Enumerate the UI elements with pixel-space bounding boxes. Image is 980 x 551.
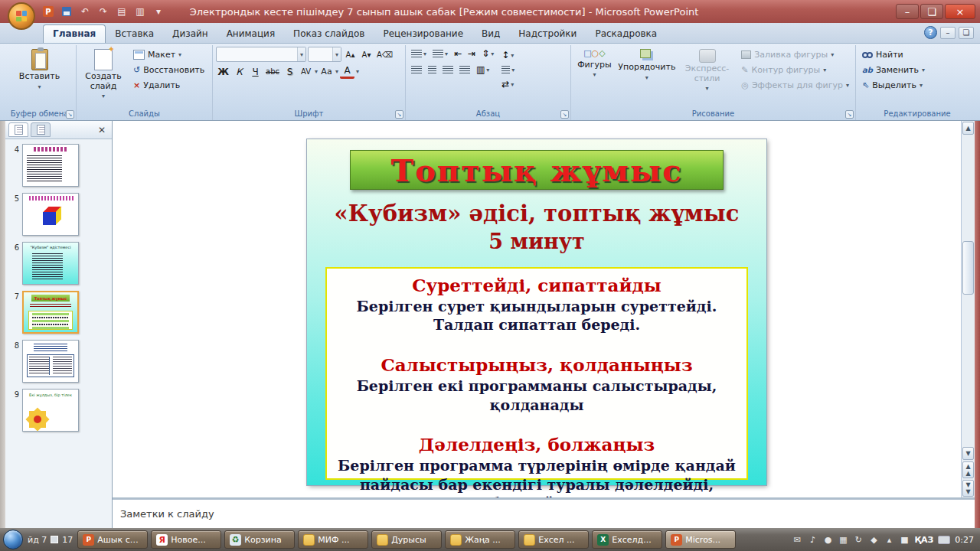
language-indicator[interactable]: ҚАЗ xyxy=(914,535,933,545)
drawing-dialog-launcher[interactable]: ↘ xyxy=(845,110,854,119)
shape-fill-button[interactable]: Заливка фигуры ▾ xyxy=(738,48,852,61)
notes-pane[interactable]: Заметки к слайду xyxy=(113,497,975,528)
shrink-font-button[interactable]: А▾ xyxy=(359,47,374,62)
taskbar-button-browser[interactable]: Я Новое... xyxy=(151,530,221,549)
slide-title-banner[interactable]: Топтық жұмыс xyxy=(350,150,724,190)
maximize-button[interactable]: ❏ xyxy=(920,4,943,19)
arrange-button[interactable]: Упорядочить ▾ xyxy=(618,47,676,83)
bold-button[interactable]: Ж xyxy=(216,64,230,79)
previous-slide-button[interactable]: ▲▲ xyxy=(962,461,974,478)
grow-font-button[interactable]: А▴ xyxy=(343,47,358,62)
text-direction-button[interactable]: ↕▾ xyxy=(499,48,517,62)
doc-minimize-button[interactable]: – xyxy=(940,27,956,39)
line-spacing-button[interactable]: ⇕▾ xyxy=(479,47,496,60)
slide-thumbnail-5[interactable] xyxy=(22,193,79,236)
align-left-button[interactable] xyxy=(409,64,424,75)
tray-icon-5[interactable]: ↻ xyxy=(853,535,864,545)
increase-indent-button[interactable]: ⇥ xyxy=(466,47,478,60)
scrollbar-thumb[interactable] xyxy=(962,241,974,295)
minimize-button[interactable]: – xyxy=(896,4,919,19)
smartart-button[interactable]: ⇄▾ xyxy=(499,77,517,91)
replace-button[interactable]: ab Заменить ▾ xyxy=(859,64,928,77)
decrease-indent-button[interactable]: ⇤ xyxy=(452,47,464,60)
find-button[interactable]: Найти xyxy=(859,48,928,61)
tab-addins[interactable]: Надстройки xyxy=(509,25,586,43)
taskbar-button-excel-doc[interactable]: X Ехселд... xyxy=(592,530,662,549)
current-slide[interactable]: Топтық жұмыс «Кубизм» әдісі, топтық жұмы… xyxy=(307,139,766,485)
font-size-combo[interactable]: ▾ xyxy=(308,47,341,62)
tray-icon-3[interactable]: ● xyxy=(822,535,833,545)
clock[interactable]: 0:27 xyxy=(955,535,974,545)
bullets-button[interactable]: ▾ xyxy=(409,48,429,59)
quick-styles-button[interactable]: Экспресс-стили ▾ xyxy=(679,47,735,94)
font-size-input[interactable] xyxy=(309,48,332,60)
clipboard-dialog-launcher[interactable]: ↘ xyxy=(66,110,74,119)
doc-restore-button[interactable]: ❏ xyxy=(959,27,974,39)
tab-design[interactable]: Дизайн xyxy=(163,25,217,43)
panel-close-icon[interactable]: ✕ xyxy=(95,125,109,135)
justify-button[interactable] xyxy=(457,64,472,75)
font-name-combo[interactable]: ▾ xyxy=(216,47,306,62)
keyboard-icon[interactable] xyxy=(938,536,950,544)
vertical-scrollbar[interactable]: ▲ ▼ ▲▲ ▼▼ xyxy=(961,121,975,497)
tab-storyboard[interactable]: Раскадровка xyxy=(586,25,666,43)
taskbar-button-folder-durysy[interactable]: Дурысы xyxy=(371,530,442,549)
text-shadow-button[interactable]: S xyxy=(283,64,297,79)
slide-thumbnail-7-selected[interactable]: Топтық жұмыс xyxy=(22,291,79,334)
next-slide-button[interactable]: ▼▼ xyxy=(962,480,974,497)
tab-home[interactable]: Главная xyxy=(43,24,106,43)
taskbar-button-folder-mif[interactable]: МИФ ... xyxy=(298,530,368,549)
columns-button[interactable]: ▥▾ xyxy=(474,63,492,77)
slide-thumbnail-6[interactable]: "Кубизм" әдістемесі xyxy=(22,242,79,285)
change-case-button[interactable]: Aa xyxy=(319,64,334,79)
slide-content-box[interactable]: Суреттейді, сипаттайды Берілген сурет қи… xyxy=(325,267,748,480)
help-button[interactable]: ? xyxy=(924,26,937,39)
shape-outline-button[interactable]: ✎ Контур фигуры ▾ xyxy=(738,64,852,77)
tray-icon-1[interactable]: ✉ xyxy=(792,535,802,545)
tab-animation[interactable]: Анимация xyxy=(217,25,284,43)
paste-button[interactable]: Вставить ▾ xyxy=(16,47,64,93)
slide-subtitle-line2[interactable]: 5 минут xyxy=(307,230,766,253)
slide-thumbnail-9[interactable]: Екі жұлдыз, бір тілек xyxy=(22,389,79,432)
font-dialog-launcher[interactable]: ↘ xyxy=(395,110,403,119)
scroll-down-icon[interactable]: ▼ xyxy=(962,447,974,460)
slide-thumbnail-8[interactable] xyxy=(22,340,79,383)
slide-thumbnail-4[interactable] xyxy=(22,144,79,187)
delete-slide-button[interactable]: × Удалить xyxy=(130,79,207,92)
tray-icon-8[interactable]: ■ xyxy=(899,535,910,545)
italic-button[interactable]: К xyxy=(232,64,247,79)
slide-subtitle-line1[interactable]: «Кубизм» әдісі, топтық жұмыс xyxy=(307,201,766,227)
align-center-button[interactable] xyxy=(426,64,439,75)
taskbar-button-presentation[interactable]: P Ашык саба... xyxy=(77,530,148,549)
font-name-input[interactable] xyxy=(217,48,297,60)
shape-effects-button[interactable]: ◎ Эффекты для фигур ▾ xyxy=(738,79,852,92)
start-button[interactable] xyxy=(3,530,23,549)
office-button[interactable] xyxy=(8,2,35,30)
paragraph-dialog-launcher[interactable]: ↘ xyxy=(560,110,569,119)
tray-icon-7[interactable]: ▴ xyxy=(884,535,894,545)
taskbar-button-folder-excel[interactable]: Ехсел ... xyxy=(518,530,589,549)
new-slide-button[interactable]: Создать слайд ▾ xyxy=(80,47,127,102)
tab-view[interactable]: Вид xyxy=(472,25,509,43)
taskbar-button-recycle-bin[interactable]: ♻ Корзина xyxy=(224,530,295,549)
align-right-button[interactable] xyxy=(440,64,456,75)
tab-insert[interactable]: Вставка xyxy=(106,25,163,43)
tray-icon-6[interactable]: ◆ xyxy=(868,535,879,545)
align-text-button[interactable]: ▾ xyxy=(499,64,517,75)
scrollbar-track[interactable] xyxy=(962,136,974,445)
tab-slideshow[interactable]: Показ слайдов xyxy=(284,25,374,43)
font-color-button[interactable]: А xyxy=(340,64,354,79)
tab-review[interactable]: Рецензирование xyxy=(374,25,472,43)
underline-button[interactable]: Ч xyxy=(248,64,263,79)
tray-icon-4[interactable]: ▦ xyxy=(838,535,848,545)
taskbar-button-folder-zhana[interactable]: Жаңа ... xyxy=(445,530,515,549)
panel-tab-slides[interactable] xyxy=(8,122,28,137)
close-button[interactable]: × xyxy=(945,4,975,19)
clear-formatting-button[interactable]: А⌫ xyxy=(375,47,394,62)
character-spacing-button[interactable]: AV xyxy=(299,64,313,79)
taskbar-button-powerpoint-active[interactable]: P Micros... xyxy=(665,530,736,549)
strikethrough-button[interactable]: abc xyxy=(264,64,281,79)
slide-canvas[interactable]: Топтық жұмыс «Кубизм» әдісі, топтық жұмы… xyxy=(113,121,961,497)
scroll-up-icon[interactable]: ▲ xyxy=(962,122,974,135)
shapes-button[interactable]: □○◇ Фигуры ▾ xyxy=(574,47,615,80)
